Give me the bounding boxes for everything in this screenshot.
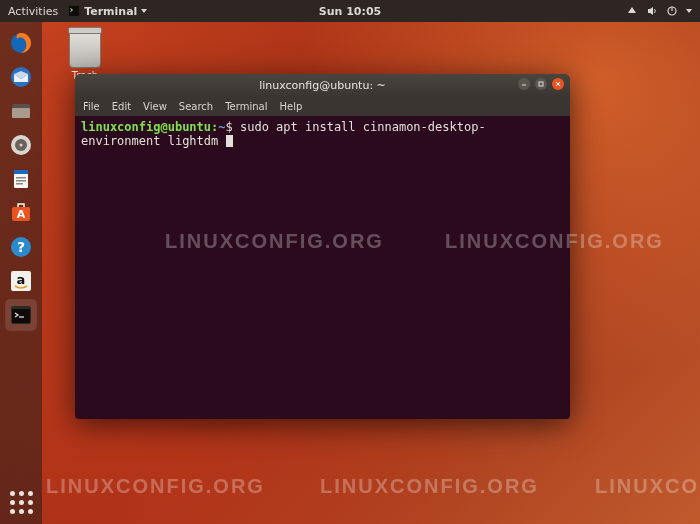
watermark: LINUXCONFIG.ORG — [46, 475, 265, 498]
svg-rect-23 — [12, 309, 30, 323]
dock-item-help[interactable]: ? — [6, 232, 36, 262]
menu-search[interactable]: Search — [179, 101, 213, 112]
menu-terminal[interactable]: Terminal — [225, 101, 267, 112]
svg-text:a: a — [17, 272, 26, 287]
show-applications-button[interactable] — [9, 490, 33, 514]
power-icon[interactable] — [666, 5, 678, 17]
clock[interactable]: Sun 10:05 — [319, 5, 381, 18]
svg-rect-13 — [16, 177, 26, 179]
window-title: linuxconfig@ubuntu: ~ — [259, 79, 386, 92]
menu-view[interactable]: View — [143, 101, 167, 112]
window-titlebar[interactable]: linuxconfig@ubuntu: ~ — [75, 74, 570, 96]
svg-text:?: ? — [17, 239, 25, 255]
chevron-down-icon — [686, 9, 692, 13]
dock-item-files[interactable] — [6, 96, 36, 126]
terminal-window[interactable]: linuxconfig@ubuntu: ~ File Edit View Sea… — [75, 74, 570, 419]
dock-item-rhythmbox[interactable] — [6, 130, 36, 160]
dock-item-writer[interactable] — [6, 164, 36, 194]
terminal-cursor — [226, 135, 233, 147]
svg-point-10 — [20, 144, 23, 147]
dock-item-terminal[interactable] — [6, 300, 36, 330]
watermark: LINUXCONFIG.ORG — [595, 475, 700, 498]
dock-item-amazon[interactable]: a — [6, 266, 36, 296]
window-minimize-button[interactable] — [518, 78, 530, 90]
dock: A ? a — [0, 22, 42, 524]
terminal-menubar: File Edit View Search Terminal Help — [75, 96, 570, 116]
trash-icon — [69, 30, 101, 68]
volume-icon[interactable] — [646, 5, 658, 17]
terminal-line: linuxconfig@ubuntu:~$ sudo apt install c… — [81, 120, 564, 148]
dock-item-thunderbird[interactable] — [6, 62, 36, 92]
menu-edit[interactable]: Edit — [112, 101, 131, 112]
top-bar: Activities Terminal Sun 10:05 — [0, 0, 700, 22]
svg-rect-7 — [12, 108, 30, 118]
dock-item-firefox[interactable] — [6, 28, 36, 58]
prompt-user-host: linuxconfig@ubuntu — [81, 120, 211, 134]
svg-text:A: A — [17, 208, 26, 221]
svg-rect-12 — [14, 170, 28, 174]
svg-rect-26 — [539, 82, 543, 86]
window-maximize-button[interactable] — [535, 78, 547, 90]
dock-item-software[interactable]: A — [6, 198, 36, 228]
watermark: LINUXCONFIG.ORG — [320, 475, 539, 498]
svg-rect-15 — [16, 183, 23, 185]
menu-help[interactable]: Help — [279, 101, 302, 112]
app-menu[interactable]: Terminal — [68, 5, 147, 18]
window-close-button[interactable] — [552, 78, 564, 90]
prompt-char: $ — [226, 120, 240, 134]
network-icon[interactable] — [626, 5, 638, 17]
svg-rect-14 — [16, 180, 26, 182]
terminal-body[interactable]: linuxconfig@ubuntu:~$ sudo apt install c… — [75, 116, 570, 152]
chevron-down-icon — [141, 9, 147, 13]
activities-button[interactable]: Activities — [8, 5, 58, 18]
prompt-path: ~ — [218, 120, 225, 134]
terminal-icon — [68, 5, 80, 17]
menu-file[interactable]: File — [83, 101, 100, 112]
app-menu-label: Terminal — [84, 5, 137, 18]
